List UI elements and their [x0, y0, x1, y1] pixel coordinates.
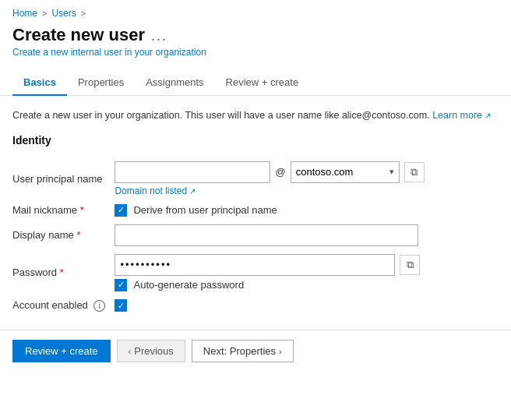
breadcrumb-users[interactable]: Users: [51, 8, 76, 19]
copy-password-icon: ⧉: [407, 259, 414, 271]
autogenerate-checkbox[interactable]: ✓: [115, 279, 127, 291]
autogenerate-label: Auto-generate password: [133, 279, 244, 291]
info-icon: i: [93, 300, 105, 312]
account-enabled-checkbox[interactable]: ✓: [115, 299, 127, 312]
upn-label: User principal name: [12, 173, 103, 185]
display-name-label: Display name: [12, 229, 74, 241]
tab-assignments[interactable]: Assignments: [135, 70, 214, 96]
chevron-left-icon: ‹: [129, 347, 132, 356]
password-input[interactable]: [115, 254, 395, 276]
domain-select-wrap: contoso.com ▾: [291, 161, 400, 183]
domain-not-listed-link[interactable]: Domain not listed: [115, 185, 495, 196]
main-content: Create a new user in your organization. …: [0, 96, 511, 316]
page-subtitle: Create a new internal user in your organ…: [12, 47, 499, 58]
chevron-down-icon: ▾: [385, 167, 399, 177]
tab-basics[interactable]: Basics: [12, 70, 67, 96]
password-row: Password * ⧉ ✓ Auto-generate pa: [12, 250, 499, 295]
derive-checkbox[interactable]: ✓: [115, 204, 127, 217]
upn-input[interactable]: [115, 161, 270, 183]
page-header: Create new user ... Create a new interna…: [0, 22, 511, 64]
copy-upn-button[interactable]: ⧉: [404, 162, 425, 182]
display-name-row: Display name *: [12, 221, 499, 250]
chevron-right-icon: ›: [279, 347, 282, 356]
previous-label: Previous: [134, 345, 174, 357]
learn-more-link[interactable]: Learn more: [432, 110, 491, 121]
display-name-required: *: [76, 229, 80, 241]
tab-review-create[interactable]: Review + create: [215, 70, 310, 96]
password-label: Password: [12, 266, 57, 278]
mail-nickname-row: Mail nickname * ✓ Derive from user princ…: [12, 200, 499, 221]
account-enabled-label: Account enabled: [12, 299, 88, 311]
tab-properties[interactable]: Properties: [67, 70, 135, 96]
breadcrumb: Home > Users >: [0, 0, 511, 22]
breadcrumb-home[interactable]: Home: [12, 8, 37, 19]
form-table: User principal name @ contoso.com ▾: [12, 157, 499, 316]
tab-bar: Basics Properties Assignments Review + c…: [0, 70, 511, 96]
breadcrumb-sep1: >: [42, 9, 47, 18]
breadcrumb-sep2: >: [81, 9, 86, 18]
copy-icon: ⧉: [411, 166, 418, 178]
check-icon: ✓: [118, 205, 125, 215]
account-enabled-row: Account enabled i ✓: [12, 295, 499, 316]
display-name-input[interactable]: [115, 224, 418, 246]
page-title: Create new user: [12, 25, 145, 45]
previous-button[interactable]: ‹ Previous: [117, 340, 185, 362]
section-title: Identity: [12, 134, 499, 146]
mail-nickname-required: *: [80, 204, 84, 216]
footer: Review + create ‹ Previous Next: Propert…: [0, 330, 511, 372]
derive-checkbox-label: Derive from user principal name: [133, 204, 277, 216]
info-text: Create a new user in your organization. …: [12, 108, 499, 123]
next-button[interactable]: Next: Properties ›: [192, 340, 294, 362]
at-sign: @: [275, 166, 285, 178]
account-enabled-check-icon: ✓: [118, 301, 125, 311]
more-options-icon[interactable]: ...: [151, 28, 167, 44]
next-label: Next: Properties: [203, 345, 276, 357]
autogenerate-check-icon: ✓: [118, 280, 125, 290]
domain-select[interactable]: contoso.com: [291, 162, 385, 182]
mail-nickname-label: Mail nickname: [12, 204, 77, 216]
upn-row: User principal name @ contoso.com ▾: [12, 157, 499, 200]
password-required: *: [60, 266, 64, 278]
copy-password-button[interactable]: ⧉: [400, 255, 420, 275]
review-create-button[interactable]: Review + create: [12, 340, 111, 362]
